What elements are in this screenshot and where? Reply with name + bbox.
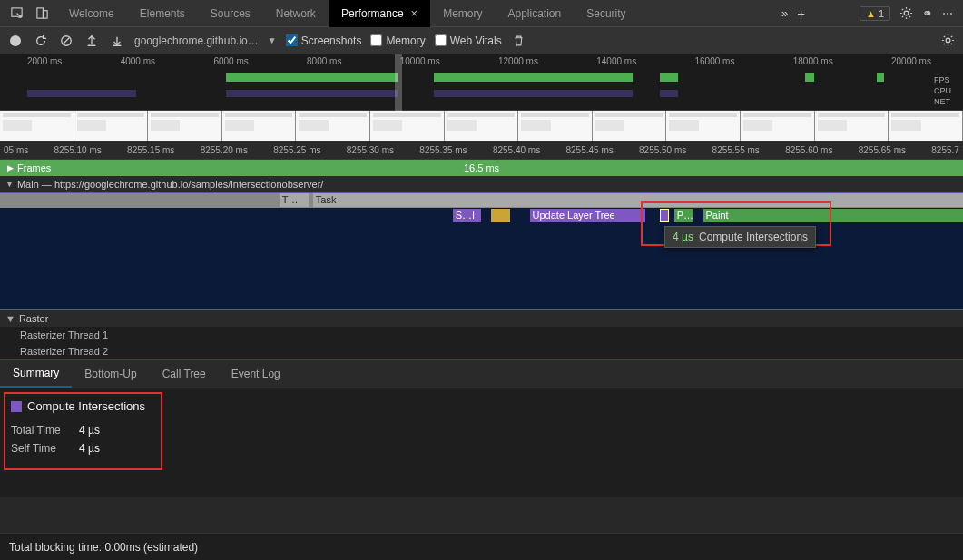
color-swatch [11,401,22,412]
kebab-icon[interactable]: ⋯ [942,7,954,20]
filmstrip-thumb[interactable] [148,111,222,141]
detail-ruler[interactable]: 05 ms8255.10 ms8255.15 ms8255.20 ms8255.… [0,142,963,160]
overview-timeline[interactable]: 2000 ms4000 ms6000 ms8000 ms10000 ms1200… [0,54,963,111]
upload-button[interactable] [84,33,100,49]
more-tabs-icon[interactable]: » [781,6,788,20]
frame-duration: 16.5 ms [464,162,499,173]
flame-task[interactable]: Task [313,193,963,207]
tab-elements[interactable]: Elements [127,0,198,27]
filmstrip-thumb[interactable] [666,111,741,141]
filmstrip-thumb[interactable] [593,111,667,141]
filmstrip-thumb[interactable] [815,111,889,141]
filmstrip-thumb[interactable] [445,111,519,141]
svg-rect-1 [36,8,43,18]
panel-settings-icon[interactable] [939,33,956,49]
summary-title: Compute Intersections [11,399,952,413]
device-icon[interactable] [31,3,53,25]
flame-segment[interactable] [491,209,510,222]
filmstrip-thumb[interactable] [889,111,963,141]
frames-row[interactable]: ▶ Frames 16.5 ms [0,160,963,176]
tab-sources[interactable]: Sources [198,0,263,27]
flame-task[interactable]: T… [280,193,309,207]
raster-thread-1[interactable]: Rasterizer Thread 1 [0,327,963,343]
tab-memory[interactable]: Memory [430,0,495,27]
summary-self-time: Self Time 4 µs [11,442,952,455]
svg-line-5 [64,37,70,44]
record-button[interactable] [7,33,24,49]
summary-total-time: Total Time 4 µs [11,424,952,437]
trash-icon[interactable] [511,33,527,49]
tab-performance[interactable]: Performance× [329,0,430,27]
overview-side-labels: FPS CPU NET [934,74,961,107]
host-label: googlechrome.github.io… [134,34,259,47]
btab-summary[interactable]: Summary [0,360,72,388]
expand-icon[interactable]: ▶ [7,163,14,172]
svg-point-3 [904,11,909,15]
footer-status: Total blocking time: 0.00ms (estimated) [0,533,963,560]
flame-segment[interactable]: P… [674,209,693,222]
filmstrip-thumb[interactable] [0,111,74,141]
svg-rect-0 [11,8,21,16]
raster-thread-2[interactable]: Rasterizer Thread 2 [0,343,963,359]
webvitals-checkbox[interactable]: Web Vitals [435,34,502,47]
filmstrip-thumb[interactable] [370,111,445,141]
warning-icon: ▲ [866,8,876,19]
btab-eventlog[interactable]: Event Log [219,360,293,388]
download-button[interactable] [109,33,125,49]
tab-security[interactable]: Security [574,0,638,27]
btab-calltree[interactable]: Call Tree [150,360,219,388]
collapse-icon[interactable]: ▼ [5,313,15,324]
raster-header[interactable]: ▼ Raster [0,310,963,327]
memory-checkbox[interactable]: Memory [370,34,425,47]
overview-fps-track [27,73,931,82]
flame-tooltip: 4 µsCompute Intersections [664,226,816,248]
filmstrip-thumb[interactable] [222,111,297,141]
collapse-icon[interactable]: ▼ [5,180,14,189]
tab-application[interactable]: Application [496,0,575,27]
top-tabs: Welcome Elements Sources Network Perform… [56,0,781,27]
tooltip-name: Compute Intersections [699,231,808,243]
close-icon[interactable]: × [411,6,418,20]
flame-update-layer-tree[interactable]: Update Layer Tree [530,209,645,222]
flame-chart[interactable]: T… Task S…I Update Layer Tree P… Paint 4… [0,192,963,310]
flame-compute-intersections[interactable] [660,209,670,222]
filmstrip-thumb[interactable] [296,111,370,141]
overview-cpu-track [27,86,931,97]
frames-label: Frames [17,162,51,173]
flame-segment[interactable]: S…I [453,209,482,222]
flame-paint[interactable]: Paint [703,209,963,222]
reload-button[interactable] [33,33,49,49]
filmstrip-thumb[interactable] [518,111,593,141]
inspect-icon[interactable] [5,3,27,25]
account-icon[interactable]: ⚭ [922,6,933,21]
filmstrip-thumb[interactable] [74,111,149,141]
svg-point-6 [946,38,950,43]
filmstrip[interactable] [0,111,963,142]
add-tab-icon[interactable]: + [797,5,805,21]
tab-network[interactable]: Network [263,0,329,27]
btab-bottomup[interactable]: Bottom-Up [72,360,149,388]
summary-panel: Compute Intersections Total Time 4 µs Se… [0,388,963,497]
clear-button[interactable] [58,33,74,49]
settings-gear-icon[interactable] [899,6,913,20]
dropdown-icon[interactable]: ▼ [268,35,277,45]
overview-marker[interactable] [395,54,402,111]
svg-rect-2 [43,11,47,18]
main-thread-header[interactable]: ▼ Main — https://googlechrome.github.io/… [0,176,963,192]
tab-welcome[interactable]: Welcome [56,0,127,27]
overview-ticks: 2000 ms4000 ms6000 ms8000 ms10000 ms1200… [27,56,931,69]
screenshots-checkbox[interactable]: Screenshots [286,34,362,47]
tooltip-duration: 4 µs [673,231,693,243]
filmstrip-thumb[interactable] [741,111,815,141]
warnings-badge[interactable]: ▲1 [860,6,890,21]
